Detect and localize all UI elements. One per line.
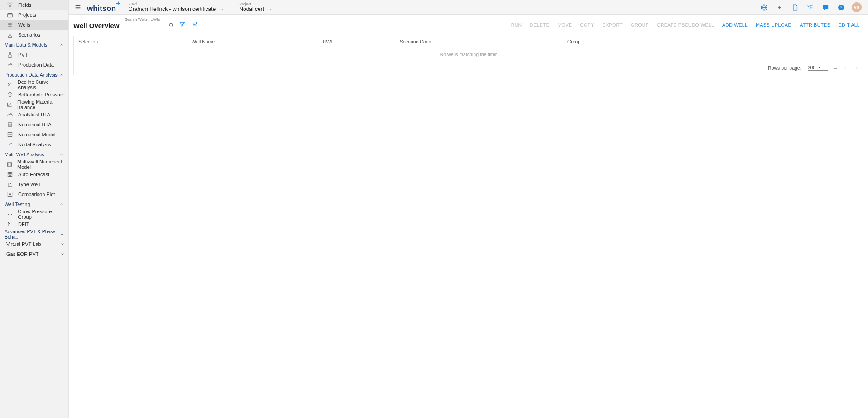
dca-icon xyxy=(6,82,13,88)
well-search: Search Wells / UWIs xyxy=(125,18,174,29)
sidebar-subgroup-gas-eor[interactable]: Gas EOR PVT xyxy=(0,249,68,259)
sidebar-item-production-data[interactable]: Production Data xyxy=(0,60,68,70)
sidebar-group-welltesting[interactable]: Well Testing xyxy=(0,199,68,209)
sidebar-item-dca[interactable]: Decline Curve Analysis xyxy=(0,80,68,90)
help-icon[interactable]: ? xyxy=(836,3,845,12)
sidebar-item-scenarios[interactable]: Scenarios xyxy=(0,30,68,40)
svg-point-15 xyxy=(10,214,10,215)
chevron-down-icon xyxy=(220,7,225,11)
svg-point-14 xyxy=(8,214,9,215)
sort-icon[interactable] xyxy=(190,19,200,29)
sidebar-item-label: Scenarios xyxy=(18,32,40,38)
columns-icon xyxy=(6,161,13,168)
chevron-down-icon xyxy=(269,7,273,11)
sidebar-group-pda[interactable]: Production Data Analysis xyxy=(0,70,68,80)
column-scenario-count[interactable]: Scenario Count xyxy=(400,39,567,44)
menu-toggle-button[interactable] xyxy=(73,3,82,12)
linechart-icon xyxy=(6,101,13,108)
wells-icon xyxy=(6,22,14,28)
page-title: Well Overview xyxy=(73,22,119,29)
svg-point-0 xyxy=(8,3,9,4)
toolbar-btn-delete: DELETE xyxy=(530,22,549,28)
toolbar-btn-group: GROUP xyxy=(631,22,649,28)
triangle-icon xyxy=(6,221,14,227)
spark-icon xyxy=(6,111,14,118)
sidebar-group-main-data[interactable]: Main Data & Models xyxy=(0,40,68,50)
sidebar-item-nodal[interactable]: Nodal Analysis xyxy=(0,139,68,149)
project-selector[interactable]: Project Nodal cert xyxy=(239,2,273,13)
column-uwi[interactable]: UWI xyxy=(323,39,400,44)
svg-rect-7 xyxy=(7,163,11,166)
sidebar-item-compare[interactable]: Comparison Plot xyxy=(0,189,68,199)
column-well-name[interactable]: Well Name xyxy=(192,39,323,44)
search-icon[interactable] xyxy=(168,22,174,28)
gauge-icon xyxy=(6,91,14,98)
toolbar-btn-add-well[interactable]: ADD WELL xyxy=(722,22,748,28)
sidebar-item-pvt[interactable]: PVT xyxy=(0,50,68,60)
header-actions: °F ? VR xyxy=(759,2,863,12)
sidebar-subgroup-virtual-pvt[interactable]: Virtual PVT Lab xyxy=(0,239,68,249)
brand-logo[interactable]: whitson+ xyxy=(87,1,120,13)
toolbar-btn-edit-all[interactable]: EDIT ALL xyxy=(839,22,860,28)
sidebar-item-autofc[interactable]: Auto-Forecast xyxy=(0,169,68,179)
corner-icon xyxy=(6,181,14,187)
sidebar-item-mwnm[interactable]: Multi-well Numerical Model xyxy=(0,159,68,169)
apps-icon xyxy=(6,171,14,178)
add-box-icon[interactable] xyxy=(775,3,784,12)
svg-point-21 xyxy=(170,23,173,26)
sidebar-item-arta[interactable]: Analytical RTA xyxy=(0,110,68,120)
projects-icon xyxy=(6,12,14,18)
sidebar-item-typewell[interactable]: Type Well xyxy=(0,179,68,189)
toolbar-btn-move: MOVE xyxy=(557,22,572,28)
sidebar-item-nrta[interactable]: Numerical RTA xyxy=(0,120,68,130)
spark-icon xyxy=(6,62,14,68)
svg-rect-8 xyxy=(8,172,10,174)
table-footer: Rows per page: 200 – xyxy=(74,61,863,75)
filter-icon[interactable] xyxy=(177,19,187,29)
user-avatar[interactable]: VR xyxy=(852,2,862,12)
sidebar-item-label: Projects xyxy=(18,12,36,18)
search-input[interactable] xyxy=(125,22,174,29)
grid-icon xyxy=(6,131,14,138)
sidebar-item-chow[interactable]: Chow Pressure Group xyxy=(0,209,68,219)
sidebar-item-projects[interactable]: Projects xyxy=(0,10,68,20)
toolbar-btn-mass-upload[interactable]: MASS UPLOAD xyxy=(756,22,791,28)
page-toolbar: Well Overview Search Wells / UWIs RUNDEL… xyxy=(69,18,868,29)
table-header-row: Selection Well Name UWI Scenario Count G… xyxy=(74,36,863,48)
feedback-icon[interactable] xyxy=(821,3,830,12)
sidebar-item-fmb[interactable]: Flowing Material Balance xyxy=(0,100,68,110)
sidebar-item-fields[interactable]: Fields xyxy=(0,0,68,10)
compare-icon xyxy=(6,191,14,197)
svg-rect-3 xyxy=(8,14,13,17)
sidebar-item-dfit[interactable]: DFIT xyxy=(0,219,68,229)
svg-rect-12 xyxy=(8,192,12,196)
svg-point-2 xyxy=(10,6,10,7)
sidebar-item-wells[interactable]: Wells xyxy=(0,20,68,30)
toolbar-btn-attributes[interactable]: ATTRIBUTES xyxy=(800,22,830,28)
unit-toggle[interactable]: °F xyxy=(806,3,815,12)
sidebar-item-bhp[interactable]: Bottomhole Pressure xyxy=(0,90,68,100)
svg-rect-9 xyxy=(10,172,12,174)
sidebar-group-mwa[interactable]: Multi-Well Analysis xyxy=(0,149,68,159)
prev-page-button[interactable] xyxy=(843,65,848,70)
scenarios-icon xyxy=(6,32,14,38)
dots-icon xyxy=(6,211,13,217)
sidebar-item-label: Fields xyxy=(18,2,31,8)
svg-rect-11 xyxy=(10,175,12,177)
sidebar-item-nmodel[interactable]: Numerical Model xyxy=(0,130,68,139)
sidebar-group-advpvt[interactable]: Advanced PVT & Phase Beha... xyxy=(0,229,68,239)
column-selection[interactable]: Selection xyxy=(74,39,192,44)
globe-icon[interactable] xyxy=(759,3,768,12)
field-selector[interactable]: Field Graham Helfrick - whitson certific… xyxy=(129,2,225,13)
chevron-down-icon xyxy=(60,242,65,246)
next-page-button[interactable] xyxy=(854,65,859,70)
layers-icon xyxy=(6,121,14,128)
rows-per-page-select[interactable]: 200 xyxy=(808,65,828,71)
wells-table: Selection Well Name UWI Scenario Count G… xyxy=(73,36,863,75)
app-header: whitson+ Field Graham Helfrick - whitson… xyxy=(69,0,868,15)
toolbar-btn-run: RUN xyxy=(511,22,522,28)
document-icon[interactable] xyxy=(790,3,799,12)
column-group[interactable]: Group xyxy=(567,39,863,44)
chevron-up-icon xyxy=(58,201,65,207)
rows-per-page-label: Rows per page: xyxy=(768,65,801,71)
